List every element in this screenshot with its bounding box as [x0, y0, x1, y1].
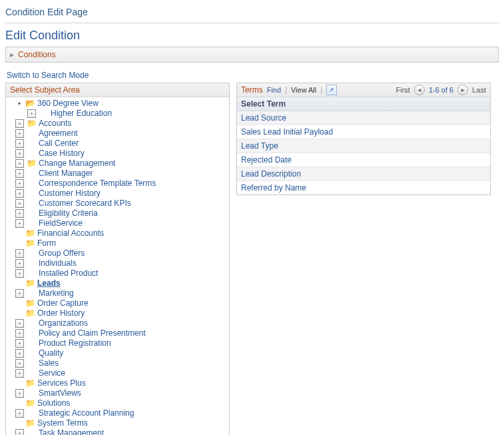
expand-icon[interactable]: + — [15, 249, 24, 258]
tree-node[interactable]: +Agreement — [9, 129, 226, 139]
expand-icon[interactable]: + — [15, 389, 24, 398]
tree-label: Installed Product — [39, 268, 98, 278]
expand-icon[interactable]: + — [15, 289, 24, 298]
tree-node[interactable]: +FieldService — [9, 218, 226, 228]
expand-icon[interactable]: + — [15, 369, 24, 378]
expand-icon[interactable]: + — [15, 179, 24, 188]
expand-icon[interactable]: + — [15, 219, 24, 228]
expand-icon[interactable]: + — [15, 329, 24, 338]
tree-label: System Terms — [37, 418, 88, 428]
tree-node[interactable]: +Service — [9, 368, 226, 378]
folder-closed-icon: 📁 — [27, 119, 36, 129]
expand-icon[interactable]: + — [15, 259, 24, 268]
tree-node[interactable]: 📁System Terms — [9, 418, 226, 428]
tree-node[interactable]: +Individuals — [9, 258, 226, 268]
expand-icon[interactable]: + — [15, 119, 24, 128]
tree-label: Individuals — [39, 258, 77, 268]
tree-label: Form — [37, 238, 56, 248]
expand-icon[interactable]: + — [15, 429, 24, 435]
tree-label: Strategic Account Planning — [39, 408, 134, 418]
tree-label: Product Registration — [39, 338, 111, 348]
tree-node[interactable]: 📁Order History — [9, 308, 226, 318]
tree-label: Customer History — [39, 189, 101, 199]
expand-icon[interactable]: + — [15, 269, 24, 278]
tree-node[interactable]: +Policy and Claim Presentment — [9, 328, 226, 338]
first-link[interactable]: First — [396, 86, 410, 94]
tree-node[interactable]: +Call Center — [9, 139, 226, 149]
tree-node[interactable]: +Task Management — [9, 428, 226, 435]
expand-icon[interactable]: + — [15, 169, 24, 178]
tree-label: FieldService — [39, 218, 83, 228]
prev-icon[interactable]: ◄ — [414, 85, 425, 95]
folder-open-icon: 📂 — [25, 99, 35, 109]
conditions-expander[interactable]: ▸ Conditions — [5, 47, 499, 63]
tree-node-higher-ed[interactable]: + Higher Education — [9, 109, 226, 119]
term-row[interactable]: Rejected Date — [237, 153, 490, 167]
term-row[interactable]: Lead Description — [237, 167, 490, 181]
tree-node[interactable]: +Quality — [9, 348, 226, 358]
tree-node[interactable]: +Organizations — [9, 318, 226, 328]
expand-icon[interactable]: + — [15, 159, 24, 168]
expand-icon[interactable]: + — [15, 129, 24, 138]
view-all-link[interactable]: View All — [291, 86, 316, 94]
terms-title: Terms — [241, 85, 263, 95]
tree-node[interactable]: 📁Leads — [9, 278, 226, 288]
collapse-icon[interactable]: ▾ — [15, 100, 23, 107]
tree-label: Quality — [39, 348, 63, 358]
tree-node[interactable]: +Marketing — [9, 288, 226, 298]
tree-node[interactable]: 📁Form — [9, 238, 226, 248]
tree-node[interactable]: +Correspondence Template Terms — [9, 179, 226, 189]
tree-node[interactable]: +Eligibility Criteria — [9, 209, 226, 218]
tree-node[interactable]: +Sales — [9, 358, 226, 368]
tree-node[interactable]: +Group Offers — [9, 248, 226, 258]
tree-label: 360 Degree View — [37, 99, 99, 109]
tree-node[interactable]: +📁Accounts — [9, 119, 226, 129]
tree-node[interactable]: 📁Services Plus — [9, 378, 226, 388]
tree-node[interactable]: 📁Order Capture — [9, 298, 226, 308]
page-title: Edit Condition — [5, 29, 499, 43]
expand-icon[interactable]: + — [15, 199, 24, 208]
tree-node[interactable]: +Customer Scorecard KPIs — [9, 199, 226, 209]
expand-icon[interactable]: + — [15, 339, 24, 348]
expand-icon[interactable]: + — [27, 109, 36, 118]
tree-label: Sales — [39, 358, 59, 368]
terms-column-header: Select Term — [237, 97, 490, 111]
tree-label: Group Offers — [39, 248, 85, 258]
expand-icon[interactable]: + — [15, 319, 24, 328]
expand-icon[interactable]: + — [15, 349, 24, 358]
next-icon[interactable]: ► — [457, 85, 468, 95]
tree-node[interactable]: 📁Financial Accounts — [9, 228, 226, 238]
folder-closed-icon: 📁 — [25, 238, 35, 248]
last-link[interactable]: Last — [472, 86, 486, 94]
term-row[interactable]: Referred by Name — [237, 181, 490, 195]
tree-node[interactable]: +Strategic Account Planning — [9, 408, 226, 418]
blank-icon — [15, 400, 23, 407]
tree-label: Order History — [37, 308, 85, 318]
tree-node[interactable]: +Product Registration — [9, 338, 226, 348]
tree-node[interactable]: +Customer History — [9, 189, 226, 199]
expand-icon[interactable]: + — [15, 209, 24, 218]
term-row[interactable]: Lead Source — [237, 111, 490, 125]
tree-node-360[interactable]: ▾ 📂 360 Degree View — [9, 99, 226, 109]
tree-node[interactable]: +Installed Product — [9, 268, 226, 278]
blank-icon — [15, 280, 23, 287]
tree-label: Change Management — [39, 159, 115, 169]
tree-node[interactable]: +Case History — [9, 149, 226, 159]
expand-icon[interactable]: + — [15, 409, 24, 418]
find-link[interactable]: Find — [267, 86, 281, 94]
folder-closed-icon: 📁 — [25, 228, 35, 238]
tree-label: Higher Education — [51, 109, 112, 119]
expand-icon[interactable]: + — [15, 149, 24, 158]
tree-node[interactable]: +Client Manager — [9, 169, 226, 179]
switch-to-search-link[interactable]: Switch to Search Mode — [5, 69, 499, 83]
tree-node[interactable]: 📁Solutions — [9, 398, 226, 408]
term-row[interactable]: Sales Lead Initial Payload — [237, 125, 490, 139]
expand-icon[interactable]: + — [15, 139, 24, 148]
expand-icon[interactable]: + — [15, 359, 24, 368]
popout-icon[interactable]: ↗ — [326, 85, 337, 95]
expand-icon[interactable]: + — [15, 189, 24, 198]
term-row[interactable]: Lead Type — [237, 139, 490, 153]
tree-node[interactable]: +SmartViews — [9, 388, 226, 398]
tree-node[interactable]: +📁Change Management — [9, 159, 226, 169]
folder-closed-icon: 📁 — [25, 298, 35, 308]
